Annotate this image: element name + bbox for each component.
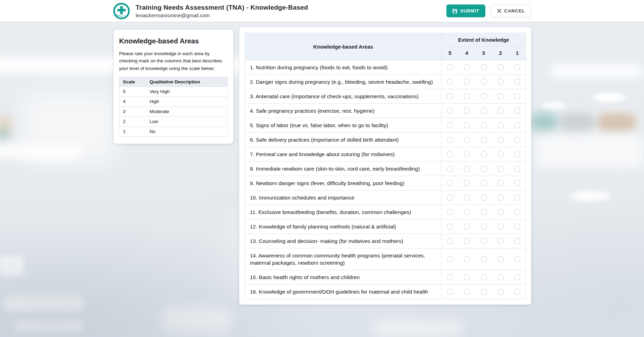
checkbox-cell xyxy=(475,75,492,89)
rating-checkbox-row8-scale1[interactable] xyxy=(514,166,520,172)
rating-checkbox-row4-scale4[interactable] xyxy=(464,108,470,114)
rating-checkbox-row10-scale2[interactable] xyxy=(498,195,504,201)
rating-checkbox-row12-scale1[interactable] xyxy=(514,224,520,229)
rating-checkbox-row2-scale3[interactable] xyxy=(481,79,487,85)
rating-checkbox-row9-scale2[interactable] xyxy=(498,180,504,186)
rating-checkbox-row11-scale2[interactable] xyxy=(498,209,504,215)
rating-checkbox-row8-scale3[interactable] xyxy=(481,166,487,172)
rating-checkbox-row6-scale3[interactable] xyxy=(481,137,487,143)
rating-checkbox-row3-scale3[interactable] xyxy=(481,93,487,99)
rating-checkbox-row11-scale3[interactable] xyxy=(481,209,487,215)
rating-checkbox-row15-scale2[interactable] xyxy=(498,274,504,280)
rating-checkbox-row11-scale5[interactable] xyxy=(447,209,453,215)
rating-checkbox-row12-scale5[interactable] xyxy=(447,224,453,229)
rating-checkbox-row1-scale3[interactable] xyxy=(481,64,487,70)
rating-checkbox-row8-scale4[interactable] xyxy=(464,166,470,172)
rating-checkbox-row16-scale5[interactable] xyxy=(447,289,453,295)
rating-checkbox-row10-scale4[interactable] xyxy=(464,195,470,201)
rating-checkbox-row7-scale2[interactable] xyxy=(498,151,504,157)
rating-checkbox-row16-scale1[interactable] xyxy=(514,289,520,295)
rating-checkbox-row9-scale3[interactable] xyxy=(481,180,487,186)
scale-legend-header-description: Qualitative Description xyxy=(146,77,228,86)
rating-checkbox-row6-scale5[interactable] xyxy=(447,137,453,143)
rating-checkbox-row5-scale4[interactable] xyxy=(464,122,470,128)
checkbox-cell xyxy=(475,89,492,104)
rating-checkbox-row14-scale1[interactable] xyxy=(514,256,520,262)
rating-checkbox-row10-scale5[interactable] xyxy=(447,195,453,201)
rating-checkbox-row6-scale4[interactable] xyxy=(464,137,470,143)
rating-checkbox-row12-scale2[interactable] xyxy=(498,224,504,229)
brand: Training Needs Assessment (TNA) - Knowle… xyxy=(113,2,308,20)
cancel-button[interactable]: CANCEL xyxy=(491,4,531,17)
rating-checkbox-row1-scale1[interactable] xyxy=(514,64,520,70)
scale-description: Moderate xyxy=(146,106,228,116)
rating-checkbox-row3-scale1[interactable] xyxy=(514,93,520,99)
rating-checkbox-row2-scale2[interactable] xyxy=(498,79,504,85)
rating-checkbox-row6-scale2[interactable] xyxy=(498,137,504,143)
rating-checkbox-row15-scale3[interactable] xyxy=(481,274,487,280)
rating-checkbox-row13-scale1[interactable] xyxy=(514,238,520,244)
rating-checkbox-row2-scale4[interactable] xyxy=(464,79,470,85)
rating-checkbox-row7-scale3[interactable] xyxy=(481,151,487,157)
rating-checkbox-row8-scale2[interactable] xyxy=(498,166,504,172)
checkbox-cell xyxy=(492,118,509,133)
rating-checkbox-row11-scale1[interactable] xyxy=(514,209,520,215)
rating-checkbox-row15-scale5[interactable] xyxy=(447,274,453,280)
rating-checkbox-row4-scale1[interactable] xyxy=(514,108,520,114)
rating-checkbox-row9-scale4[interactable] xyxy=(464,180,470,186)
background-blur-shape xyxy=(571,191,610,201)
rating-checkbox-row12-scale4[interactable] xyxy=(464,224,470,229)
rating-checkbox-row7-scale4[interactable] xyxy=(464,151,470,157)
rating-checkbox-row10-scale3[interactable] xyxy=(481,195,487,201)
rating-checkbox-row7-scale1[interactable] xyxy=(514,151,520,157)
rating-checkbox-row1-scale2[interactable] xyxy=(498,64,504,70)
checkbox-cell xyxy=(475,118,492,133)
checkbox-cell xyxy=(492,104,509,118)
rating-checkbox-row1-scale4[interactable] xyxy=(464,64,470,70)
rating-checkbox-row14-scale5[interactable] xyxy=(447,256,453,262)
scale-value: 5 xyxy=(119,86,146,96)
rating-checkbox-row16-scale2[interactable] xyxy=(498,289,504,295)
rating-checkbox-row15-scale1[interactable] xyxy=(514,274,520,280)
rating-checkbox-row3-scale5[interactable] xyxy=(447,93,453,99)
rating-checkbox-row13-scale3[interactable] xyxy=(481,238,487,244)
rating-checkbox-row5-scale5[interactable] xyxy=(447,122,453,128)
checkbox-cell xyxy=(458,285,475,299)
submit-button[interactable]: SUBMIT xyxy=(446,4,485,17)
rating-checkbox-row16-scale3[interactable] xyxy=(481,289,487,295)
rating-checkbox-row8-scale5[interactable] xyxy=(447,166,453,172)
rating-checkbox-row15-scale4[interactable] xyxy=(464,274,470,280)
rating-checkbox-row7-scale5[interactable] xyxy=(447,151,453,157)
rating-checkbox-row5-scale3[interactable] xyxy=(481,122,487,128)
rating-checkbox-row16-scale4[interactable] xyxy=(464,289,470,295)
rating-checkbox-row11-scale4[interactable] xyxy=(464,209,470,215)
rating-checkbox-row10-scale1[interactable] xyxy=(514,195,520,201)
rating-checkbox-row14-scale4[interactable] xyxy=(464,256,470,262)
rating-checkbox-row9-scale5[interactable] xyxy=(447,180,453,186)
rating-checkbox-row13-scale2[interactable] xyxy=(498,238,504,244)
rating-checkbox-row4-scale5[interactable] xyxy=(447,108,453,114)
scale-legend-row: 1No xyxy=(119,126,228,136)
rating-checkbox-row2-scale5[interactable] xyxy=(447,79,453,85)
rating-checkbox-row14-scale3[interactable] xyxy=(481,256,487,262)
cancel-button-label: CANCEL xyxy=(504,8,525,13)
rating-checkbox-row13-scale5[interactable] xyxy=(447,238,453,244)
rating-checkbox-row1-scale5[interactable] xyxy=(447,64,453,70)
checkbox-cell xyxy=(442,191,458,205)
rating-checkbox-row6-scale1[interactable] xyxy=(514,137,520,143)
rating-checkbox-row4-scale3[interactable] xyxy=(481,108,487,114)
rating-checkbox-row5-scale1[interactable] xyxy=(514,122,520,128)
rating-checkbox-row3-scale2[interactable] xyxy=(498,93,504,99)
rating-checkbox-row3-scale4[interactable] xyxy=(464,93,470,99)
rating-checkbox-row14-scale2[interactable] xyxy=(498,256,504,262)
rating-checkbox-row4-scale2[interactable] xyxy=(498,108,504,114)
checkbox-cell xyxy=(475,219,492,234)
rating-checkbox-row13-scale4[interactable] xyxy=(464,238,470,244)
rating-checkbox-row12-scale3[interactable] xyxy=(481,224,487,229)
rating-checkbox-row2-scale1[interactable] xyxy=(514,79,520,85)
rating-checkbox-row9-scale1[interactable] xyxy=(514,180,520,186)
user-email: leviackermanismine@gmail.com xyxy=(136,12,308,18)
checkbox-cell xyxy=(458,234,475,248)
rating-checkbox-row5-scale2[interactable] xyxy=(498,122,504,128)
checkbox-cell xyxy=(442,176,458,191)
